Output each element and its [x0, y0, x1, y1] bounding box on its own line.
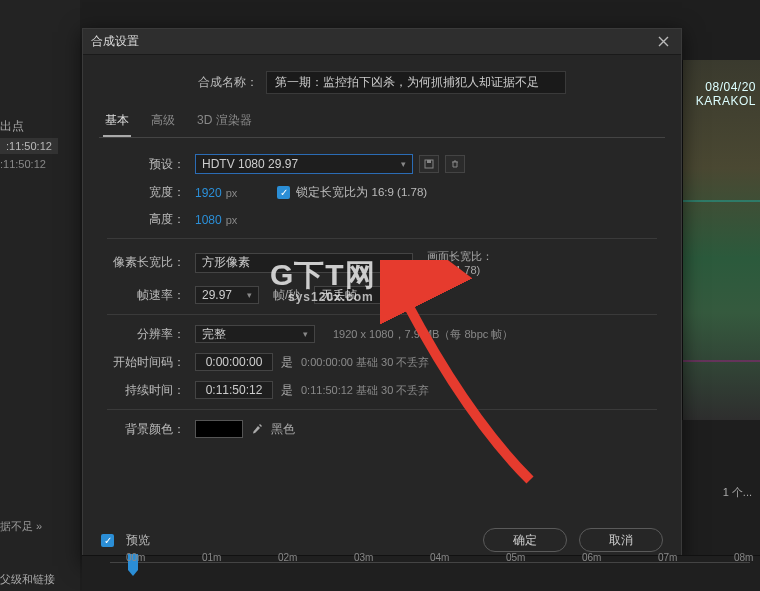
start-tc-base: 0:00:00:00 基础 30 不丢弃: [301, 355, 429, 370]
tab-basic[interactable]: 基本: [103, 108, 131, 137]
chevron-down-icon: ▾: [380, 290, 385, 300]
start-tc-label: 开始时间码：: [107, 354, 185, 371]
resolution-label: 分辨率：: [107, 326, 185, 343]
close-icon: [658, 36, 669, 47]
fps-dropdown[interactable]: 29.97 ▾: [195, 286, 259, 304]
dropframe-dropdown[interactable]: 无丢帧 ▾: [314, 286, 392, 304]
ok-button[interactable]: 确定: [483, 528, 567, 552]
tab-advanced[interactable]: 高级: [149, 108, 177, 137]
start-tc-field[interactable]: 0:00:00:00: [195, 353, 273, 371]
timeline-mark: 06m: [582, 552, 601, 563]
composition-settings-dialog: 合成设置 合成名称： 第一期：监控拍下凶杀，为何抓捕犯人却证据不足 基本 高级 …: [82, 28, 682, 562]
dropframe-value: 无丢帧: [321, 287, 357, 304]
resolution-info: 1920 x 1080，7.9 MB（每 8bpc 帧）: [333, 327, 513, 342]
par-value: 方形像素: [202, 254, 250, 271]
save-preset-button[interactable]: [419, 155, 439, 173]
overlay-timestamp: 08/04/20 KARAKOL: [696, 80, 756, 108]
preview-checkbox-label: 预览: [126, 533, 150, 548]
duration-field[interactable]: 0:11:50:12: [195, 381, 273, 399]
comp-name-field[interactable]: 第一期：监控拍下凶杀，为何抓捕犯人却证据不足: [266, 71, 566, 94]
resolution-value: 完整: [202, 326, 226, 343]
cancel-button[interactable]: 取消: [579, 528, 663, 552]
timeline-mark: 01m: [202, 552, 221, 563]
frame-aspect-value: 16:9 (1.78): [427, 264, 493, 276]
svg-rect-1: [427, 160, 431, 163]
width-unit: px: [226, 187, 238, 199]
width-field[interactable]: 1920: [195, 186, 222, 200]
fps-value: 29.97: [202, 288, 232, 302]
save-icon: [424, 159, 434, 169]
preset-value: HDTV 1080 29.97: [202, 157, 298, 171]
fps-label: 帧速率：: [107, 287, 185, 304]
tabs: 基本 高级 3D 渲染器: [99, 108, 665, 138]
delete-preset-button[interactable]: [445, 155, 465, 173]
timeline-mark: 08m: [734, 552, 753, 563]
dialog-titlebar: 合成设置: [83, 29, 681, 55]
close-button[interactable]: [653, 32, 673, 52]
bgcolor-swatch[interactable]: [195, 420, 243, 438]
fps-unit: 帧/秒: [273, 287, 300, 304]
resolution-dropdown[interactable]: 完整 ▾: [195, 325, 315, 343]
timeline-mark: 07m: [658, 552, 677, 563]
lock-aspect-label: 锁定长宽比为 16:9 (1.78): [296, 185, 427, 200]
count-chip: 1 个...: [723, 485, 752, 500]
preview-checkbox[interactable]: ✓: [101, 534, 114, 547]
tab-3d-renderer[interactable]: 3D 渲染器: [195, 108, 254, 137]
preview-thumbnail: 08/04/20 KARAKOL: [682, 60, 760, 420]
height-unit: px: [226, 214, 238, 226]
par-dropdown[interactable]: 方形像素 ▾: [195, 253, 413, 273]
truncated-title: 据不足 »: [0, 519, 42, 534]
parent-link-label: 父级和链接: [0, 572, 55, 587]
timeline-mark: 04m: [430, 552, 449, 563]
chevron-down-icon: ▾: [401, 159, 406, 169]
timeline-mark: 03m: [354, 552, 373, 563]
height-label: 高度：: [107, 211, 185, 228]
preset-dropdown[interactable]: HDTV 1080 29.97 ▾: [195, 154, 413, 174]
eyedropper-button[interactable]: [249, 421, 265, 437]
chevron-down-icon: ▾: [303, 329, 308, 339]
duration-label: 持续时间：: [107, 382, 185, 399]
width-label: 宽度：: [107, 184, 185, 201]
background-left-panel: 出点 :11:50:12 :11:50:12 据不足 » 父级和链接: [0, 0, 80, 591]
chevron-down-icon: ▾: [247, 290, 252, 300]
comp-name-label: 合成名称：: [198, 74, 258, 91]
chevron-down-icon: ▾: [401, 258, 406, 268]
duration-base: 0:11:50:12 基础 30 不丢弃: [301, 383, 429, 398]
lock-aspect-checkbox[interactable]: ✓: [277, 186, 290, 199]
par-label: 像素长宽比：: [107, 254, 185, 271]
preset-label: 预设：: [107, 156, 185, 173]
trash-icon: [450, 159, 460, 169]
dialog-title: 合成设置: [91, 33, 139, 50]
height-field[interactable]: 1080: [195, 213, 222, 227]
bgcolor-label: 背景颜色：: [107, 421, 185, 438]
timeline-mark: 00m: [126, 552, 145, 563]
start-tc-is: 是: [281, 354, 293, 371]
timeline-mark: 02m: [278, 552, 297, 563]
out-point-timecode-dim: :11:50:12: [0, 158, 46, 170]
timeline-mark: 05m: [506, 552, 525, 563]
bgcolor-name: 黑色: [271, 421, 295, 438]
eyedropper-icon: [251, 423, 263, 435]
timeline-ruler[interactable]: 00m 01m 02m 03m 04m 05m 06m 07m 08m: [82, 555, 760, 591]
duration-is: 是: [281, 382, 293, 399]
out-point-timecode-selected: :11:50:12: [0, 138, 58, 154]
frame-aspect-label: 画面长宽比：: [427, 249, 493, 264]
out-point-label: 出点: [0, 118, 24, 135]
